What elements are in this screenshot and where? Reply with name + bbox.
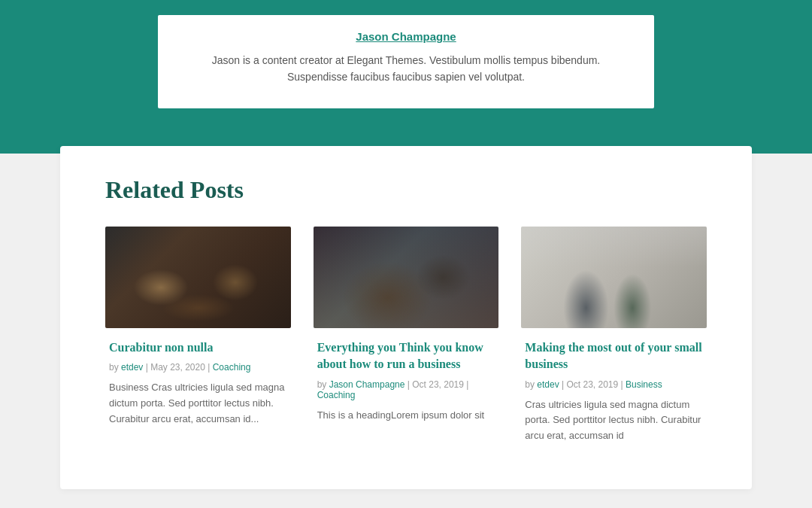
author-bio: Jason is a content creator at Elegant Th…: [188, 52, 624, 86]
post-excerpt-3: Cras ultricies ligula sed magna dictum p…: [525, 397, 703, 444]
post-meta-3: by etdev | Oct 23, 2019 | Business: [525, 379, 703, 390]
post-image-1[interactable]: [105, 227, 291, 328]
author-card: Jason Champagne Jason is a content creat…: [158, 15, 654, 108]
post-meta-1: by etdev | May 23, 2020 | Coaching: [109, 362, 287, 373]
post-content-1: Curabitur non nulla by etdev | May 23, 2…: [105, 328, 291, 435]
post-date-1: May 23, 2020: [150, 362, 205, 373]
post-excerpt-2: This is a headingLorem ipsum dolor sit: [317, 408, 495, 424]
related-posts-section: Related Posts Curabitur non nulla by etd…: [60, 146, 752, 489]
post-author-3[interactable]: etdev: [537, 379, 559, 390]
post-image-3[interactable]: [521, 227, 707, 328]
meta-by-1: by: [109, 362, 121, 373]
post-meta-2: by Jason Champagne | Oct 23, 2019 | Coac…: [317, 379, 495, 400]
meta-by-3: by: [525, 379, 537, 390]
post-title-1[interactable]: Curabitur non nulla: [109, 339, 287, 356]
author-section: Jason Champagne Jason is a content creat…: [0, 0, 812, 108]
post-date-3: Oct 23, 2019: [567, 379, 619, 390]
post-category-1[interactable]: Coaching: [213, 362, 251, 373]
post-title-2[interactable]: Everything you Think you know about how …: [317, 339, 495, 373]
post-card-2: Everything you Think you know about how …: [314, 227, 499, 452]
post-image-2[interactable]: [314, 227, 499, 328]
post-author-2[interactable]: Jason Champagne: [329, 379, 405, 390]
post-category-2[interactable]: Coaching: [317, 390, 356, 400]
post-date-2: Oct 23, 2019: [412, 379, 464, 390]
posts-grid: Curabitur non nulla by etdev | May 23, 2…: [105, 227, 707, 452]
post-content-2: Everything you Think you know about how …: [314, 328, 499, 431]
post-author-1[interactable]: etdev: [121, 362, 143, 373]
post-card-1: Curabitur non nulla by etdev | May 23, 2…: [105, 227, 291, 452]
post-card-3: Making the most out of your small busine…: [521, 227, 707, 452]
post-title-3[interactable]: Making the most out of your small busine…: [525, 339, 703, 373]
post-excerpt-1: Business Cras ultricies ligula sed magna…: [109, 380, 287, 427]
post-category-3[interactable]: Business: [626, 379, 662, 390]
post-title-link-3[interactable]: Making the most out of your small busine…: [525, 341, 701, 370]
post-title-link-1[interactable]: Curabitur non nulla: [109, 341, 213, 354]
meta-by-2: by: [317, 379, 329, 390]
post-content-3: Making the most out of your small busine…: [521, 328, 707, 452]
author-name[interactable]: Jason Champagne: [188, 30, 624, 43]
post-title-link-2[interactable]: Everything you Think you know about how …: [317, 341, 483, 370]
related-posts-title: Related Posts: [105, 176, 707, 204]
